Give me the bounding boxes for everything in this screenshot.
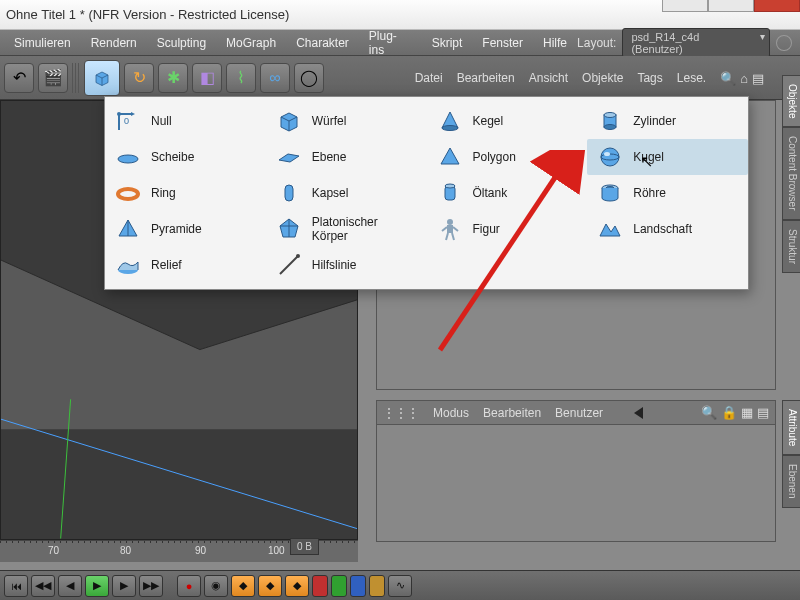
primitive-oeltank[interactable]: Öltank xyxy=(427,175,588,211)
menu-rendern[interactable]: Rendern xyxy=(81,36,147,50)
back-arrow-icon[interactable] xyxy=(634,407,643,419)
obj-menu-ansicht[interactable]: Ansicht xyxy=(529,71,568,85)
att-lock-icon[interactable]: 🔒 xyxy=(721,405,737,420)
transport-start-icon[interactable]: ⏮ xyxy=(4,575,28,597)
obj-menu-bearbeiten[interactable]: Bearbeiten xyxy=(457,71,515,85)
primitive-pyramide[interactable]: Pyramide xyxy=(105,211,266,247)
channel-pla-icon[interactable] xyxy=(369,575,385,597)
tab-objekte[interactable]: Objekte xyxy=(782,75,800,127)
primitive-ring[interactable]: Ring xyxy=(105,175,266,211)
menu-fenster[interactable]: Fenster xyxy=(472,36,533,50)
attribute-manager-panel: ⋮⋮⋮ Modus Bearbeiten Benutzer 🔍 🔒 ▦ ▤ xyxy=(376,400,776,542)
tab-content-browser[interactable]: Content Browser xyxy=(782,127,800,219)
primitive-zylinder[interactable]: Zylinder xyxy=(587,103,748,139)
key-rotation-icon[interactable]: ◆ xyxy=(285,575,309,597)
transport-prevkey-icon[interactable]: ◀◀ xyxy=(31,575,55,597)
menu-charakter[interactable]: Charakter xyxy=(286,36,359,50)
primitive-ebene[interactable]: Ebene xyxy=(266,139,427,175)
svg-line-7 xyxy=(1,419,357,528)
side-tabs-bottom: Attribute Ebenen xyxy=(782,400,800,508)
transport-play-icon[interactable]: ▶ xyxy=(85,575,109,597)
window-maximize-button[interactable] xyxy=(708,0,754,12)
primitive-kapsel[interactable]: Kapsel xyxy=(266,175,427,211)
wuerfel-icon xyxy=(276,108,302,134)
att-search-icon[interactable]: 🔍 xyxy=(701,405,717,420)
tool-primitive-cube-icon[interactable] xyxy=(84,60,120,96)
primitive-polygon[interactable]: Polygon xyxy=(427,139,588,175)
menu-sculpting[interactable]: Sculpting xyxy=(147,36,216,50)
primitive-figur[interactable]: Figur xyxy=(427,211,588,247)
primitive-hilfslinie[interactable]: Hilfslinie xyxy=(266,247,427,283)
tab-struktur[interactable]: Struktur xyxy=(782,220,800,273)
channel-y-icon[interactable] xyxy=(331,575,347,597)
tool-clapper-icon[interactable]: 🎬 xyxy=(38,63,68,93)
tool-star-icon[interactable]: ✱ xyxy=(158,63,188,93)
att-menu-icon[interactable]: ▤ xyxy=(757,405,769,420)
attribute-menubar: ⋮⋮⋮ Modus Bearbeiten Benutzer 🔍 🔒 ▦ ▤ xyxy=(377,401,775,425)
primitive-label: Röhre xyxy=(633,186,666,200)
primitive-label: Platonischer Körper xyxy=(312,215,417,243)
window-minimize-button[interactable] xyxy=(662,0,708,12)
primitive-landschaft[interactable]: Landschaft xyxy=(587,211,748,247)
figur-icon xyxy=(437,216,463,242)
primitive-platon[interactable]: Platonischer Körper xyxy=(266,211,427,247)
autokey-button[interactable]: ◉ xyxy=(204,575,228,597)
transport-prevframe-icon[interactable]: ◀ xyxy=(58,575,82,597)
tool-rotate-icon[interactable]: ↻ xyxy=(124,63,154,93)
att-menu-bearbeiten[interactable]: Bearbeiten xyxy=(483,406,541,420)
primitive-wuerfel[interactable]: Würfel xyxy=(266,103,427,139)
tab-attribute[interactable]: Attribute xyxy=(782,400,800,455)
record-button[interactable]: ● xyxy=(177,575,201,597)
tool-circle-icon[interactable]: ◯ xyxy=(294,63,324,93)
primitives-popup: 0NullScheibeRingPyramideRelief WürfelEbe… xyxy=(104,96,749,290)
key-position-icon[interactable]: ◆ xyxy=(231,575,255,597)
landschaft-icon xyxy=(597,216,623,242)
att-new-icon[interactable]: ▦ xyxy=(741,405,753,420)
layout-settings-icon[interactable] xyxy=(776,35,792,51)
tool-link-icon[interactable]: ∞ xyxy=(260,63,290,93)
primitive-relief[interactable]: Relief xyxy=(105,247,266,283)
kegel-icon xyxy=(437,108,463,134)
primitive-null[interactable]: 0Null xyxy=(105,103,266,139)
menu-plugins[interactable]: Plug-ins xyxy=(359,29,422,57)
att-menu-benutzer[interactable]: Benutzer xyxy=(555,406,603,420)
primitive-label: Hilfslinie xyxy=(312,258,357,272)
roehre-icon xyxy=(597,180,623,206)
tool-deformer-icon[interactable]: ◧ xyxy=(192,63,222,93)
transport-nextframe-icon[interactable]: ▶ xyxy=(112,575,136,597)
primitive-kegel[interactable]: Kegel xyxy=(427,103,588,139)
primitive-label: Ebene xyxy=(312,150,347,164)
fcurve-icon[interactable]: ∿ xyxy=(388,575,412,597)
transport-nextkey-icon[interactable]: ▶▶ xyxy=(139,575,163,597)
svg-point-28 xyxy=(442,126,458,131)
svg-point-39 xyxy=(604,113,616,118)
primitive-label: Null xyxy=(151,114,172,128)
obj-menu-tags[interactable]: Tags xyxy=(637,71,662,85)
tool-spline-icon[interactable]: ⌇ xyxy=(226,63,256,93)
key-scale-icon[interactable]: ◆ xyxy=(258,575,282,597)
menu-mograph[interactable]: MoGraph xyxy=(216,36,286,50)
svg-line-34 xyxy=(442,227,447,231)
ring-icon xyxy=(115,180,141,206)
layout-dropdown[interactable]: psd_R14_c4d (Benutzer) xyxy=(622,28,770,58)
memory-label: 0 B xyxy=(290,538,319,555)
home-icon[interactable]: ⌂ xyxy=(740,71,748,86)
menu-skript[interactable]: Skript xyxy=(422,36,473,50)
obj-menu-lesezeichen[interactable]: Lese. xyxy=(677,71,706,85)
channel-x-icon[interactable] xyxy=(312,575,328,597)
primitive-scheibe[interactable]: Scheibe xyxy=(105,139,266,175)
tab-ebenen[interactable]: Ebenen xyxy=(782,455,800,507)
menu-icon[interactable]: ▤ xyxy=(752,71,764,86)
primitive-roehre[interactable]: Röhre xyxy=(587,175,748,211)
tool-undo-icon[interactable]: ↶ xyxy=(4,63,34,93)
menu-hilfe[interactable]: Hilfe xyxy=(533,36,577,50)
channel-z-icon[interactable] xyxy=(350,575,366,597)
menu-simulieren[interactable]: Simulieren xyxy=(4,36,81,50)
obj-menu-datei[interactable]: Datei xyxy=(415,71,443,85)
primitive-kugel[interactable]: Kugel xyxy=(587,139,748,175)
search-icon[interactable]: 🔍 xyxy=(720,71,736,86)
window-close-button[interactable] xyxy=(754,0,800,12)
obj-menu-objekte[interactable]: Objekte xyxy=(582,71,623,85)
att-menu-modus[interactable]: Modus xyxy=(433,406,469,420)
window-titlebar: Ohne Titel 1 * (NFR Version - Restricted… xyxy=(0,0,800,30)
